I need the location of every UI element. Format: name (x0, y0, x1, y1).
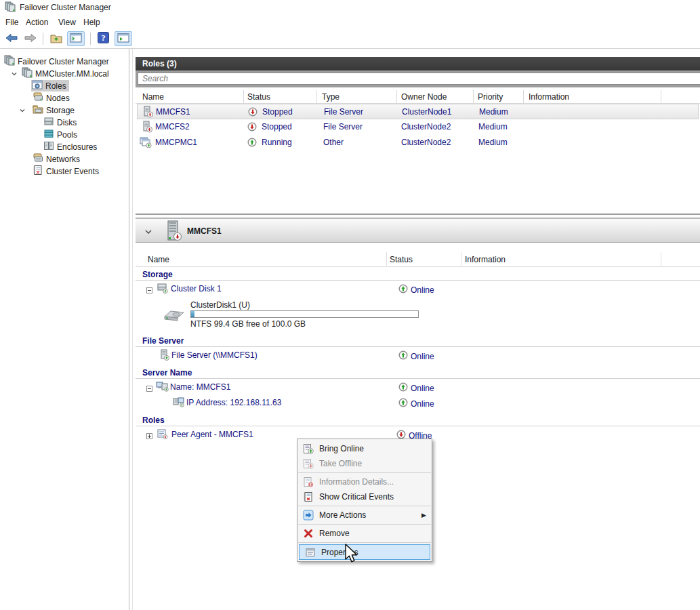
menu-item-label: More Actions (319, 510, 432, 520)
volume-used-fill (191, 311, 194, 317)
detail-row-volume[interactable]: ClusterDisk1 (U) NTFS 99.4 GB free of 10… (136, 298, 700, 329)
tree-item-label: Pools (57, 130, 77, 140)
pane-splitter[interactable] (136, 214, 700, 215)
tree-item-cluster-events[interactable]: Cluster Events (33, 165, 99, 177)
table-row[interactable]: MMCFS2 Stopped File Server ClusterNode2 … (137, 119, 699, 135)
menu-file[interactable]: File (3, 17, 21, 28)
toolbar: ? (0, 30, 700, 48)
toolbar-separator (90, 33, 91, 45)
tree-item-roles[interactable]: Roles (31, 80, 69, 92)
back-button[interactable] (3, 31, 20, 46)
take-offline-icon (297, 458, 319, 469)
menu-separator (298, 524, 431, 525)
status-online-icon (398, 398, 408, 409)
detail-column-information[interactable]: Information (465, 254, 506, 266)
column-separator[interactable] (396, 90, 397, 103)
tree-item-storage[interactable]: Storage (33, 104, 75, 116)
menu-item-take-offline[interactable]: Take Offline (297, 456, 432, 471)
column-header-type[interactable]: Type (322, 92, 339, 103)
submenu-arrow-icon: ▶ (421, 512, 426, 518)
column-separator[interactable] (523, 90, 524, 103)
column-header-name[interactable]: Name (142, 92, 164, 103)
status-text: Online (411, 285, 434, 295)
file-server-icon (159, 349, 171, 363)
chevron-down-icon[interactable] (11, 70, 18, 79)
back-icon (5, 33, 18, 45)
column-header-status[interactable]: Status (247, 92, 270, 103)
chevron-down-icon[interactable] (19, 106, 26, 116)
menu-item-bring-online[interactable]: Bring Online (297, 441, 432, 456)
menu-view[interactable]: View (56, 17, 79, 28)
peer-agent-icon (157, 428, 169, 442)
collapse-chevron-icon[interactable] (144, 228, 152, 237)
collapse-minus-icon[interactable] (146, 286, 152, 296)
column-header-owner-node[interactable]: Owner Node (401, 92, 447, 103)
console-tree-icon (70, 33, 82, 45)
column-separator[interactable] (461, 252, 461, 266)
remove-icon (297, 528, 319, 539)
tree-item-nodes[interactable]: Nodes (33, 92, 70, 104)
tree-item-enclosures[interactable]: Enclosures (43, 141, 97, 152)
app-icon (5, 1, 16, 14)
help-button[interactable]: ? (94, 31, 112, 46)
menu-item-properties[interactable]: Properties (299, 544, 430, 560)
column-separator[interactable] (661, 90, 661, 103)
detail-column-status[interactable]: Status (390, 254, 413, 266)
tree-item-networks[interactable]: Networks (33, 153, 80, 165)
menu-item-label: Bring Online (319, 444, 432, 453)
detail-pane-header: MMCFS1 (136, 218, 700, 243)
menu-item-remove[interactable]: Remove (297, 526, 432, 541)
failover-cluster-manager-window: Failover Cluster Manager File Action Vie… (0, 0, 700, 610)
volume-usage-text: NTFS 99.4 GB free of 100.0 GB (190, 319, 306, 329)
search-input[interactable] (138, 73, 700, 85)
collapse-minus-icon[interactable] (146, 384, 152, 394)
tree-item-label: Failover Cluster Manager (18, 57, 109, 66)
action-pane-toggle-button[interactable] (115, 31, 132, 46)
information-details-icon (297, 476, 319, 487)
title-bar: Failover Cluster Manager (0, 0, 700, 15)
tree-item-label: Cluster Events (46, 167, 99, 176)
tree-item-disks[interactable]: Disks (43, 117, 77, 128)
detail-row-cluster-disk[interactable]: Cluster Disk 1 Online (136, 281, 700, 297)
menu-separator (298, 472, 431, 473)
help-icon: ? (98, 32, 109, 45)
section-divider (136, 280, 700, 281)
menu-item-more-actions[interactable]: More Actions ▶ (297, 508, 432, 523)
detail-column-name[interactable]: Name (148, 254, 169, 266)
column-separator[interactable] (243, 90, 244, 103)
role-name: MMCFS2 (155, 122, 190, 132)
pools-icon (43, 128, 54, 141)
detail-row-ip-address[interactable]: IP Address: 192.168.11.63 Online (136, 395, 700, 411)
column-header-priority[interactable]: Priority (478, 92, 503, 103)
role-status: Stopped (262, 107, 293, 117)
column-separator[interactable] (661, 252, 661, 266)
menu-item-show-critical-events[interactable]: Show Critical Events (297, 489, 432, 504)
table-row[interactable]: MMCPMC1 Running Other ClusterNode2 Mediu… (137, 135, 699, 150)
up-folder-button[interactable] (47, 31, 65, 46)
cluster-manager-icon (4, 55, 15, 68)
expand-plus-icon[interactable] (146, 432, 152, 441)
role-name: MMCFS1 (156, 107, 190, 117)
nodes-icon (33, 92, 43, 104)
detail-row-server-name[interactable]: Name: MMCFS1 Online (136, 380, 700, 395)
console-tree-toggle-button[interactable] (67, 31, 85, 46)
other-role-icon (140, 136, 152, 150)
tree-item-pools[interactable]: Pools (43, 129, 77, 140)
menu-help[interactable]: Help (81, 17, 103, 28)
column-separator[interactable] (386, 252, 387, 266)
tree-item-root[interactable]: Failover Cluster Manager (4, 56, 109, 67)
tree-item-cluster[interactable]: MMCluster.MM.local (22, 68, 109, 79)
column-header-information[interactable]: Information (529, 92, 569, 103)
svg-text:?: ? (101, 33, 106, 43)
forward-button[interactable] (22, 31, 39, 46)
column-separator[interactable] (316, 90, 317, 103)
menu-action[interactable]: Action (23, 17, 51, 28)
tree-splitter[interactable] (129, 49, 129, 610)
section-heading-roles: Roles (142, 415, 165, 425)
roles-pane-header: Roles (3) (136, 57, 700, 70)
table-row[interactable]: MMCFS1 Stopped File Server ClusterNode1 … (137, 104, 699, 119)
roles-icon (32, 79, 43, 92)
detail-row-file-server[interactable]: File Server (\\MMCFS1) Online (136, 348, 700, 363)
menu-item-information-details[interactable]: Information Details... (297, 474, 432, 489)
column-separator[interactable] (473, 90, 474, 103)
